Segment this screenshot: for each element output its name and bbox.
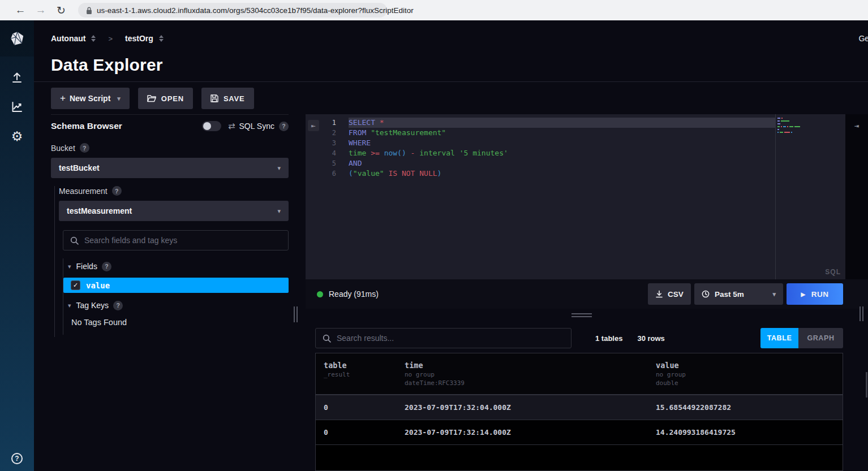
csv-download-button[interactable]: CSV <box>648 283 691 305</box>
chevron-down-icon: ▾ <box>772 291 776 298</box>
collapse-right-icon[interactable]: ⇥ <box>854 121 859 279</box>
bucket-selector[interactable]: testBucket ▾ <box>51 158 289 178</box>
view-table-button[interactable]: TABLE <box>760 328 798 348</box>
url-text: us-east-1-1.aws.cloud2.influxdata.com/or… <box>97 6 414 15</box>
settings-gear-icon[interactable]: ⚙ <box>8 128 25 145</box>
code-line[interactable]: 1SELECT * <box>321 118 775 128</box>
measurement-value: testMeasurement <box>67 206 277 215</box>
open-label: OPEN <box>161 94 184 103</box>
sync-icon: ⇄ <box>228 121 235 131</box>
csv-label: CSV <box>668 290 684 299</box>
fields-search[interactable] <box>63 230 289 250</box>
fields-help-icon[interactable]: ? <box>102 262 111 271</box>
data-explorer-icon[interactable] <box>8 98 25 115</box>
breadcrumb: Autonaut > testOrg Get <box>51 31 868 46</box>
fields-search-input[interactable] <box>84 236 281 245</box>
field-value-label: value <box>86 281 110 290</box>
tag-keys-label: Tag Keys <box>76 301 109 310</box>
status-text: Ready (91ms) <box>329 289 379 299</box>
column-header: valueno groupdouble <box>656 361 843 394</box>
editor-minimap[interactable] <box>777 118 844 135</box>
results-scrollbar[interactable] <box>866 372 867 397</box>
sql-editor[interactable]: ⇤ 1SELECT *2FROM "testMeasurement"3WHERE… <box>306 114 868 279</box>
search-icon <box>323 334 331 343</box>
save-button[interactable]: SAVE <box>201 88 254 109</box>
script-actions: + New Script ▾ OPEN SAVE <box>51 88 868 109</box>
caret-down-icon: ▾ <box>68 302 71 309</box>
save-label: SAVE <box>224 94 245 103</box>
right-splitter-handle[interactable] <box>860 306 863 321</box>
clock-icon <box>702 290 710 298</box>
influxdb-logo[interactable] <box>0 20 34 57</box>
code-line[interactable]: 2FROM "testMeasurement" <box>321 128 775 138</box>
browser-forward-icon[interactable]: → <box>33 4 49 16</box>
help-icon[interactable]: ? <box>11 453 23 464</box>
fields-label: Fields <box>76 262 97 271</box>
sql-sync-label: SQL Sync <box>239 122 274 131</box>
time-range-label: Past 5m <box>715 290 744 299</box>
sql-sync-toggle[interactable] <box>202 121 221 131</box>
org-switcher-icon[interactable] <box>91 35 96 42</box>
plus-icon: + <box>60 93 66 104</box>
results-table-body: 02023-07-09T17:32:04.000Z15.685449220872… <box>316 395 843 445</box>
load-data-icon[interactable] <box>8 69 25 86</box>
run-button[interactable]: ▶ RUN <box>787 283 843 305</box>
field-value-row[interactable]: ✓ value <box>63 278 289 293</box>
caret-down-icon: ▾ <box>68 263 71 270</box>
time-range-selector[interactable]: Past 5m ▾ <box>694 283 783 305</box>
tag-keys-help-icon[interactable]: ? <box>113 301 123 310</box>
org-name[interactable]: Autonaut <box>51 34 85 43</box>
horizontal-splitter-handle[interactable] <box>571 313 592 319</box>
save-icon <box>210 94 224 102</box>
code-line[interactable]: 4time >= now() - interval '5 minutes' <box>321 148 775 158</box>
collapse-left-icon[interactable]: ⇤ <box>308 120 319 131</box>
tables-count: 1 tables <box>595 334 622 343</box>
results-table: table_resulttimeno groupdateTime:RFC3339… <box>315 353 843 471</box>
chevron-down-icon: ▾ <box>277 165 281 172</box>
field-checkbox[interactable]: ✓ <box>71 280 80 290</box>
breadcrumb-separator: > <box>108 34 113 43</box>
status-ready-dot <box>317 291 323 297</box>
sql-sync-help-icon[interactable]: ? <box>279 122 289 131</box>
measurement-selector[interactable]: testMeasurement ▾ <box>59 201 289 221</box>
new-script-button[interactable]: + New Script ▾ <box>51 88 130 109</box>
results-search-input[interactable] <box>337 334 564 343</box>
bucket-value: testBucket <box>59 163 277 172</box>
browser-reload-icon[interactable]: ↻ <box>53 4 69 17</box>
rows-count: 30 rows <box>637 334 664 343</box>
folder-icon <box>147 94 161 102</box>
vertical-splitter[interactable] <box>289 114 306 471</box>
title-divider <box>34 81 868 82</box>
results-table-header: table_resulttimeno groupdateTime:RFC3339… <box>316 353 843 395</box>
measurement-help-icon[interactable]: ? <box>112 186 122 196</box>
query-status-bar: Ready (91ms) CSV Past 5m ▾ <box>306 279 868 309</box>
vertical-splitter-handle[interactable] <box>294 306 298 322</box>
lock-icon <box>86 6 92 15</box>
workspace-name[interactable]: testOrg <box>125 34 153 43</box>
chevron-down-icon: ▾ <box>277 208 281 215</box>
column-header: timeno groupdateTime:RFC3339 <box>405 361 656 394</box>
view-graph-button[interactable]: GRAPH <box>798 328 843 348</box>
table-row: 02023-07-09T17:32:14.000Z14.240993186419… <box>316 420 843 445</box>
view-mode-switch: TABLE GRAPH <box>760 328 843 348</box>
bucket-help-icon[interactable]: ? <box>80 143 89 153</box>
results-search[interactable] <box>315 328 571 348</box>
open-button[interactable]: OPEN <box>138 88 193 109</box>
get-link[interactable]: Get <box>858 34 868 43</box>
column-header: table_result <box>324 361 405 394</box>
code-line[interactable]: 5AND <box>321 158 775 168</box>
table-row: 02023-07-09T17:32:04.000Z15.685449220872… <box>316 395 843 420</box>
tag-keys-section-toggle[interactable]: ▾ Tag Keys ? <box>63 297 289 313</box>
code-line[interactable]: 6("value" IS NOT NULL) <box>321 168 775 179</box>
new-script-label: New Script <box>70 94 110 103</box>
workspace-switcher-icon[interactable] <box>159 35 164 42</box>
editor-right-rail: ⇥ <box>845 114 868 279</box>
code-line[interactable]: 3WHERE <box>321 138 775 148</box>
language-badge: SQL <box>825 268 841 276</box>
address-bar[interactable]: us-east-1-1.aws.cloud2.influxdata.com/or… <box>78 3 387 18</box>
horizontal-splitter[interactable] <box>306 309 868 321</box>
browser-back-icon[interactable]: ← <box>12 4 28 16</box>
code-lines[interactable]: 1SELECT *2FROM "testMeasurement"3WHERE4t… <box>321 118 775 179</box>
fields-section-toggle[interactable]: ▾ Fields ? <box>63 258 289 274</box>
results-panel: 1 tables 30 rows TABLE GRAPH table_resul… <box>306 321 868 471</box>
